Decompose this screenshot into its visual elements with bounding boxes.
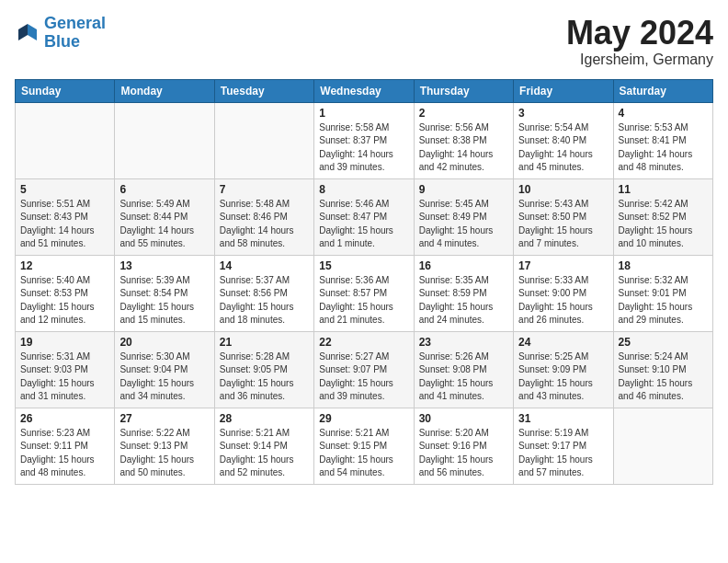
day-number: 16 — [419, 259, 508, 272]
calendar-week-row: 12Sunrise: 5:40 AM Sunset: 8:53 PM Dayli… — [16, 255, 713, 331]
day-info: Sunrise: 5:51 AM Sunset: 8:43 PM Dayligh… — [20, 198, 109, 251]
day-info: Sunrise: 5:54 AM Sunset: 8:40 PM Dayligh… — [518, 121, 608, 175]
calendar-table: SundayMondayTuesdayWednesdayThursdayFrid… — [15, 79, 713, 485]
day-info: Sunrise: 5:39 AM Sunset: 8:54 PM Dayligh… — [119, 274, 209, 327]
day-number: 20 — [119, 336, 209, 349]
day-info: Sunrise: 5:56 AM Sunset: 8:38 PM Dayligh… — [419, 121, 508, 175]
day-number: 12 — [20, 259, 109, 272]
day-number: 29 — [319, 412, 408, 425]
calendar-day-cell: 28Sunrise: 5:21 AM Sunset: 9:14 PM Dayli… — [214, 408, 313, 484]
calendar-day-cell: 18Sunrise: 5:32 AM Sunset: 9:01 PM Dayli… — [613, 255, 712, 331]
calendar-day-cell: 20Sunrise: 5:30 AM Sunset: 9:04 PM Dayli… — [115, 331, 214, 408]
weekday-header: Saturday — [613, 79, 712, 102]
calendar-day-cell: 10Sunrise: 5:43 AM Sunset: 8:50 PM Dayli… — [514, 178, 613, 255]
calendar-week-row: 19Sunrise: 5:31 AM Sunset: 9:03 PM Dayli… — [16, 331, 713, 408]
day-number: 23 — [419, 336, 508, 349]
day-number: 30 — [419, 412, 508, 425]
day-number: 8 — [319, 183, 408, 196]
day-info: Sunrise: 5:21 AM Sunset: 9:15 PM Dayligh… — [319, 427, 408, 480]
calendar-day-cell: 16Sunrise: 5:35 AM Sunset: 8:59 PM Dayli… — [414, 255, 513, 331]
calendar-day-cell: 19Sunrise: 5:31 AM Sunset: 9:03 PM Dayli… — [16, 331, 115, 408]
logo: General Blue — [15, 15, 106, 52]
calendar-day-cell: 5Sunrise: 5:51 AM Sunset: 8:43 PM Daylig… — [16, 178, 115, 255]
day-info: Sunrise: 5:45 AM Sunset: 8:49 PM Dayligh… — [419, 198, 508, 251]
calendar-header: SundayMondayTuesdayWednesdayThursdayFrid… — [16, 79, 713, 102]
title-block: May 2024 Igersheim, Germany — [566, 15, 713, 68]
day-info: Sunrise: 5:19 AM Sunset: 9:17 PM Dayligh… — [518, 427, 608, 480]
calendar-day-cell: 21Sunrise: 5:28 AM Sunset: 9:05 PM Dayli… — [214, 331, 313, 408]
calendar-day-cell: 4Sunrise: 5:53 AM Sunset: 8:41 PM Daylig… — [613, 102, 712, 178]
day-info: Sunrise: 5:27 AM Sunset: 9:07 PM Dayligh… — [319, 350, 408, 404]
calendar-day-cell — [613, 408, 712, 484]
day-number: 1 — [319, 107, 408, 120]
day-info: Sunrise: 5:21 AM Sunset: 9:14 PM Dayligh… — [220, 427, 309, 480]
calendar-day-cell: 22Sunrise: 5:27 AM Sunset: 9:07 PM Dayli… — [314, 331, 414, 408]
day-number: 10 — [518, 183, 608, 196]
day-number: 17 — [518, 259, 608, 272]
day-number: 21 — [220, 336, 309, 349]
logo-icon — [15, 20, 40, 46]
day-number: 14 — [220, 259, 309, 272]
day-number: 28 — [220, 412, 309, 425]
day-info: Sunrise: 5:46 AM Sunset: 8:47 PM Dayligh… — [319, 198, 408, 251]
day-number: 24 — [518, 336, 608, 349]
calendar-day-cell: 30Sunrise: 5:20 AM Sunset: 9:16 PM Dayli… — [414, 408, 513, 484]
calendar-day-cell: 15Sunrise: 5:36 AM Sunset: 8:57 PM Dayli… — [314, 255, 414, 331]
day-info: Sunrise: 5:22 AM Sunset: 9:13 PM Dayligh… — [119, 427, 209, 480]
day-info: Sunrise: 5:31 AM Sunset: 9:03 PM Dayligh… — [20, 350, 109, 404]
day-info: Sunrise: 5:48 AM Sunset: 8:46 PM Dayligh… — [220, 198, 309, 251]
calendar-day-cell: 27Sunrise: 5:22 AM Sunset: 9:13 PM Dayli… — [115, 408, 214, 484]
day-number: 5 — [20, 183, 109, 196]
day-number: 3 — [518, 107, 608, 120]
calendar-day-cell: 26Sunrise: 5:23 AM Sunset: 9:11 PM Dayli… — [16, 408, 115, 484]
weekday-row: SundayMondayTuesdayWednesdayThursdayFrid… — [16, 79, 713, 102]
calendar-day-cell: 13Sunrise: 5:39 AM Sunset: 8:54 PM Dayli… — [115, 255, 214, 331]
day-number: 22 — [319, 336, 408, 349]
day-number: 18 — [619, 259, 708, 272]
day-number: 6 — [119, 183, 209, 196]
calendar-day-cell — [214, 102, 313, 178]
day-number: 7 — [220, 183, 309, 196]
location-title: Igersheim, Germany — [566, 52, 713, 68]
calendar-day-cell: 2Sunrise: 5:56 AM Sunset: 8:38 PM Daylig… — [414, 102, 513, 178]
calendar-day-cell: 8Sunrise: 5:46 AM Sunset: 8:47 PM Daylig… — [314, 178, 414, 255]
calendar-week-row: 5Sunrise: 5:51 AM Sunset: 8:43 PM Daylig… — [16, 178, 713, 255]
day-info: Sunrise: 5:24 AM Sunset: 9:10 PM Dayligh… — [619, 350, 708, 404]
day-info: Sunrise: 5:42 AM Sunset: 8:52 PM Dayligh… — [619, 198, 708, 251]
calendar-day-cell: 11Sunrise: 5:42 AM Sunset: 8:52 PM Dayli… — [613, 178, 712, 255]
day-info: Sunrise: 5:49 AM Sunset: 8:44 PM Dayligh… — [119, 198, 209, 251]
day-info: Sunrise: 5:20 AM Sunset: 9:16 PM Dayligh… — [419, 427, 508, 480]
day-info: Sunrise: 5:58 AM Sunset: 8:37 PM Dayligh… — [319, 121, 408, 175]
calendar-day-cell: 17Sunrise: 5:33 AM Sunset: 9:00 PM Dayli… — [514, 255, 613, 331]
day-info: Sunrise: 5:23 AM Sunset: 9:11 PM Dayligh… — [20, 427, 109, 480]
calendar-day-cell: 25Sunrise: 5:24 AM Sunset: 9:10 PM Dayli… — [613, 331, 712, 408]
calendar-week-row: 26Sunrise: 5:23 AM Sunset: 9:11 PM Dayli… — [16, 408, 713, 484]
page-header: General Blue May 2024 Igersheim, Germany — [15, 15, 713, 68]
day-number: 4 — [619, 107, 708, 120]
month-title: May 2024 — [566, 15, 713, 52]
calendar-body: 1Sunrise: 5:58 AM Sunset: 8:37 PM Daylig… — [16, 102, 713, 484]
day-info: Sunrise: 5:43 AM Sunset: 8:50 PM Dayligh… — [518, 198, 608, 251]
weekday-header: Monday — [115, 79, 214, 102]
logo-text: General Blue — [44, 15, 106, 52]
day-number: 25 — [619, 336, 708, 349]
weekday-header: Friday — [514, 79, 613, 102]
calendar-day-cell: 14Sunrise: 5:37 AM Sunset: 8:56 PM Dayli… — [214, 255, 313, 331]
day-info: Sunrise: 5:26 AM Sunset: 9:08 PM Dayligh… — [419, 350, 508, 404]
day-info: Sunrise: 5:30 AM Sunset: 9:04 PM Dayligh… — [119, 350, 209, 404]
day-info: Sunrise: 5:33 AM Sunset: 9:00 PM Dayligh… — [518, 274, 608, 327]
day-info: Sunrise: 5:37 AM Sunset: 8:56 PM Dayligh… — [220, 274, 309, 327]
weekday-header: Tuesday — [214, 79, 313, 102]
day-info: Sunrise: 5:35 AM Sunset: 8:59 PM Dayligh… — [419, 274, 508, 327]
day-info: Sunrise: 5:36 AM Sunset: 8:57 PM Dayligh… — [319, 274, 408, 327]
weekday-header: Wednesday — [314, 79, 414, 102]
calendar-day-cell: 3Sunrise: 5:54 AM Sunset: 8:40 PM Daylig… — [514, 102, 613, 178]
day-number: 13 — [119, 259, 209, 272]
calendar-day-cell: 1Sunrise: 5:58 AM Sunset: 8:37 PM Daylig… — [314, 102, 414, 178]
day-info: Sunrise: 5:53 AM Sunset: 8:41 PM Dayligh… — [619, 121, 708, 175]
calendar-day-cell: 9Sunrise: 5:45 AM Sunset: 8:49 PM Daylig… — [414, 178, 513, 255]
day-number: 11 — [619, 183, 708, 196]
calendar-day-cell: 12Sunrise: 5:40 AM Sunset: 8:53 PM Dayli… — [16, 255, 115, 331]
weekday-header: Thursday — [414, 79, 513, 102]
day-number: 19 — [20, 336, 109, 349]
